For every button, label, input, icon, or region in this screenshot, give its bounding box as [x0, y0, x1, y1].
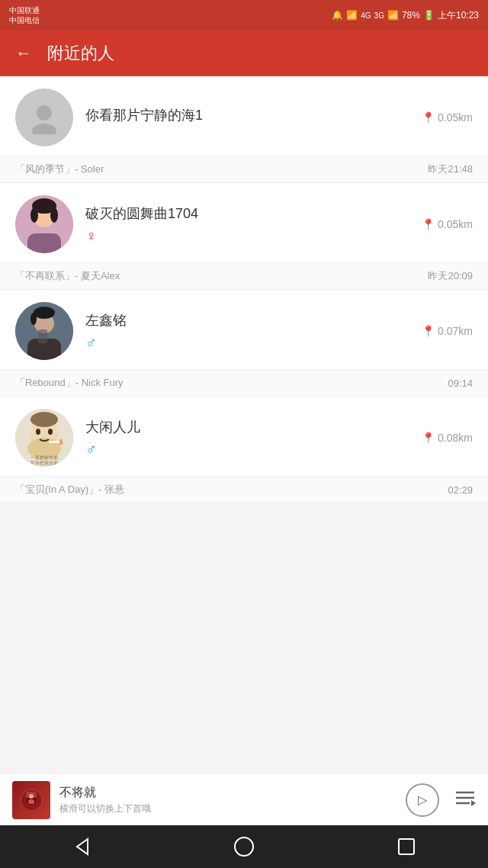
avatar-2 — [15, 195, 73, 253]
time-display: 上午10:23 — [438, 9, 479, 22]
user-info-1: 你看那片宁静的海1 — [85, 106, 409, 129]
svg-rect-30 — [28, 799, 34, 804]
user-info-3: 左鑫铭 ♂ — [85, 311, 409, 352]
song-time-4: 02:29 — [448, 484, 473, 496]
signal-icon: 📶 — [387, 10, 399, 21]
song-time-3: 09:14 — [448, 378, 473, 389]
user-name-3: 左鑫铭 — [85, 311, 409, 330]
svg-marker-34 — [471, 800, 476, 806]
svg-rect-15 — [38, 330, 47, 343]
distance-3: 📍 0.07km — [422, 325, 473, 337]
distance-4: 📍 0.08km — [422, 432, 473, 444]
user-item-3[interactable]: 左鑫铭 ♂ 📍 0.07km — [0, 290, 488, 370]
location-icon-2: 📍 — [422, 218, 435, 230]
status-bar: 中国联通 中国电信 🔔 📶 4G 3G 📶 78% 🔋 上午10:23 — [0, 0, 488, 31]
svg-text:可你把我当老: 可你把我当老 — [30, 461, 58, 465]
battery-level: 78% — [402, 10, 420, 21]
song-text-2: 「不再联系」- 夏天Alex — [15, 269, 120, 283]
svg-rect-22 — [49, 441, 61, 443]
distance-2: 📍 0.05km — [422, 218, 473, 230]
user-item-2[interactable]: 破灭的圆舞曲1704 ♀ 📍 0.05km — [0, 183, 488, 263]
svg-rect-37 — [399, 839, 414, 854]
home-nav-button[interactable] — [221, 831, 267, 862]
song-row-4: 「宝贝(In A Day)」- 张悬 02:29 — [0, 477, 488, 503]
user-name-1: 你看那片宁静的海1 — [85, 106, 409, 124]
player-thumbnail — [12, 781, 50, 819]
svg-point-0 — [37, 105, 52, 121]
playlist-button[interactable] — [454, 789, 476, 811]
location-icon-4: 📍 — [422, 432, 435, 444]
svg-rect-23 — [59, 439, 63, 445]
user-info-4: 大闲人儿 ♂ — [85, 418, 409, 458]
svg-marker-35 — [77, 839, 88, 854]
player-hint: 横滑可以切换上下首哦 — [59, 802, 396, 815]
song-text-1: 「风的季节」- Soler — [15, 162, 104, 176]
svg-rect-4 — [27, 233, 61, 253]
gender-icon-2: ♀ — [85, 227, 409, 245]
svg-point-1 — [32, 124, 56, 134]
nav-bar — [0, 825, 488, 868]
user-name-4: 大闲人儿 — [85, 418, 409, 436]
battery-icon: 🔋 — [423, 10, 435, 21]
player-info: 不将就 横滑可以切换上下首哦 — [59, 785, 396, 815]
svg-point-21 — [30, 412, 58, 427]
song-row-2: 「不再联系」- 夏天Alex 昨天20:09 — [0, 263, 488, 290]
gender-icon-3: ♂ — [85, 334, 409, 352]
4g-icon: 4G — [361, 11, 371, 20]
carrier-info: 中国联通 中国电信 — [9, 5, 40, 25]
status-icons: 🔔 📶 4G 3G 📶 78% 🔋 上午10:23 — [332, 9, 479, 22]
user-item-1[interactable]: 你看那片宁静的海1 📍 0.05km — [0, 76, 488, 156]
avatar-1 — [15, 88, 73, 146]
player-song-name: 不将就 — [59, 785, 396, 801]
song-time-1: 昨天21:48 — [428, 162, 473, 176]
svg-point-13 — [34, 307, 55, 319]
header: ← 附近的人 — [0, 31, 488, 76]
3g-icon: 3G — [374, 11, 384, 20]
distance-1: 📍 0.05km — [422, 111, 473, 124]
alarm-icon: 🔔 — [332, 10, 343, 21]
svg-point-19 — [36, 429, 40, 435]
user-name-2: 破灭的圆舞曲1704 — [85, 204, 409, 223]
song-row-3: 「Rebound」- Nick Fury 09:14 — [0, 370, 488, 397]
player-bar: 不将就 横滑可以切换上下首哦 ▷ — [0, 773, 488, 825]
page-title: 附近的人 — [47, 42, 114, 65]
song-time-2: 昨天20:09 — [428, 269, 473, 283]
song-text-3: 「Rebound」- Nick Fury — [15, 376, 124, 390]
back-nav-button[interactable] — [59, 831, 104, 862]
svg-point-20 — [48, 429, 53, 435]
song-row-1: 「风的季节」- Soler 昨天21:48 — [0, 156, 488, 183]
song-text-4: 「宝贝(In A Day)」- 张悬 — [15, 483, 124, 497]
avatar-3 — [15, 302, 73, 360]
wifi-icon: 📶 — [346, 10, 358, 21]
location-icon-3: 📍 — [422, 325, 435, 337]
svg-point-29 — [29, 794, 34, 799]
svg-point-36 — [235, 837, 253, 856]
svg-point-14 — [30, 313, 37, 325]
svg-point-9 — [32, 198, 56, 214]
user-list: 你看那片宁静的海1 📍 0.05km 「风的季节」- Soler 昨天21:48 — [0, 76, 488, 503]
svg-text:一直把你当朋: 一直把你当朋 — [30, 455, 58, 460]
user-info-2: 破灭的圆舞曲1704 ♀ — [85, 204, 409, 245]
avatar-4: 一直把你当朋 可你把我当老 — [15, 409, 73, 467]
recent-nav-button[interactable] — [384, 831, 429, 862]
location-icon-1: 📍 — [422, 111, 435, 124]
user-item-4[interactable]: 一直把你当朋 可你把我当老 大闲人儿 ♂ 📍 0.08km — [0, 397, 488, 477]
gender-icon-4: ♂ — [85, 441, 409, 458]
player-controls: ▷ — [406, 783, 476, 817]
play-button[interactable]: ▷ — [406, 783, 439, 817]
back-button[interactable]: ← — [15, 43, 32, 63]
